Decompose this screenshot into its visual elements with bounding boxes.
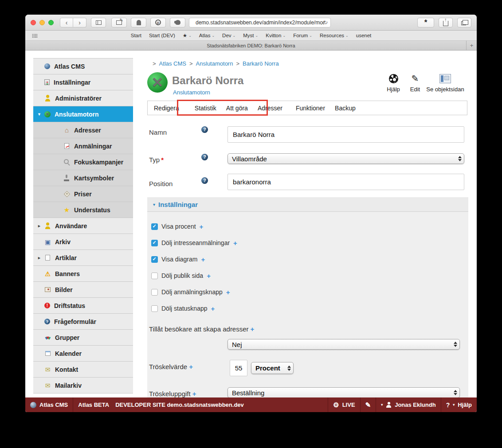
images-icon	[45, 287, 51, 292]
close-window-icon[interactable]	[31, 20, 36, 25]
checkbox-unchecked[interactable]	[151, 273, 158, 279]
bookmark-kvitton[interactable]: Kvitton⌄	[266, 33, 286, 38]
plus-icon[interactable]	[189, 363, 193, 370]
tab-statistik[interactable]: Statistik	[190, 105, 221, 112]
extension-clipper-button[interactable]	[170, 18, 185, 27]
extension-ghost-button[interactable]	[131, 18, 146, 27]
sidebar-item-anmalningar[interactable]: Anmälningar	[33, 138, 133, 154]
typ-select[interactable]: Villaområde	[227, 153, 464, 164]
threshold-unit-select[interactable]: Procent	[251, 362, 294, 374]
forward-button[interactable]: ›	[73, 18, 86, 27]
chevron-down-icon: ▾	[381, 403, 383, 407]
chevron-right-icon: ►	[37, 224, 41, 228]
sidebar-item-driftstatus[interactable]: Driftstatus	[33, 298, 133, 314]
bookmark-myst[interactable]: Myst⌄	[243, 33, 258, 38]
envelope-icon	[44, 366, 51, 373]
sidebar-item-fokuskampanjer[interactable]: Fokuskampanjer	[33, 154, 133, 170]
footer-brand[interactable]: Atlas CMS	[25, 397, 73, 412]
position-input[interactable]	[227, 174, 464, 190]
bookmark-favorites[interactable]: ★⌄	[183, 32, 192, 39]
minimize-window-icon[interactable]	[39, 20, 45, 25]
sidebar-toggle-button[interactable]	[91, 18, 106, 27]
help-icon[interactable]	[201, 177, 208, 184]
refresh-icon[interactable]: ↻	[323, 19, 328, 26]
sidebar-item-anvandare[interactable]: ►Användare	[33, 218, 133, 234]
plus-icon[interactable]	[200, 223, 204, 230]
tab-title[interactable]: Stadsnätsfabriken DEMO: Barkarö Norra	[207, 43, 295, 48]
zoom-window-icon[interactable]	[48, 20, 54, 25]
address-bar[interactable]: demo.stadsnatswebben.dev/admin/index2/mo…	[189, 18, 331, 27]
new-tab-button[interactable]: +	[466, 41, 477, 50]
extension-splat-button[interactable]: *	[417, 18, 434, 27]
plus-icon[interactable]	[192, 390, 196, 397]
sidebar-item-frageformular[interactable]: Frågeformulär	[33, 314, 133, 330]
sidebar-item-grupper[interactable]: Grupper	[33, 330, 133, 346]
sidebar-item-mailarkiv[interactable]: Mailarkiv	[33, 378, 133, 393]
checkbox-checked[interactable]	[151, 256, 158, 263]
tab-att-gora[interactable]: Att göra	[221, 105, 253, 112]
question-mark-icon: ?	[446, 401, 450, 409]
plus-icon[interactable]	[207, 272, 211, 280]
tab-backup[interactable]: Backup	[330, 105, 361, 112]
tab-redigera[interactable]: Redigera	[149, 105, 184, 112]
bookmark-start[interactable]: Start	[131, 33, 141, 38]
extension-pinterest-button[interactable]	[150, 18, 166, 27]
bookmark-resources[interactable]: Resources⌄	[320, 33, 349, 38]
checkbox-checked[interactable]	[151, 223, 158, 230]
sidebar-item-understatus[interactable]: Understatus	[33, 202, 133, 218]
plus-icon[interactable]	[226, 288, 230, 296]
footer-help-menu[interactable]: ? ▾ Hjälp	[441, 397, 477, 412]
sidebar-item-artiklar[interactable]: ►Artiklar	[33, 250, 133, 266]
settings-header[interactable]: ▾ Inställningar	[147, 197, 468, 212]
namn-input[interactable]	[227, 126, 464, 143]
show-tabs-button[interactable]	[457, 18, 471, 27]
breadcrumb-link-atlas[interactable]: Atlas CMS	[159, 60, 186, 67]
threshold-task-select[interactable]: Beställning	[227, 387, 460, 397]
footer-edit-button[interactable]: ✎	[360, 397, 376, 412]
tab-adresser[interactable]: Adresser	[253, 105, 287, 112]
visitor-create-select[interactable]: Nej	[227, 339, 460, 350]
sidebar-item-bilder[interactable]: Bilder	[33, 282, 133, 298]
threshold-value-input[interactable]	[230, 360, 247, 376]
sidebar-item-adresser[interactable]: Adresser	[33, 122, 133, 138]
sidebar-item-priser[interactable]: Priser	[33, 186, 133, 202]
sidebar-item-installningar[interactable]: Inställningar	[33, 74, 133, 90]
grid-icon[interactable]	[32, 34, 38, 38]
checkbox-unchecked[interactable]	[151, 289, 158, 296]
checkbox-unchecked[interactable]	[151, 305, 158, 312]
bookmark-start-dev[interactable]: Start (DEV)	[149, 33, 175, 38]
share-button[interactable]	[439, 18, 453, 27]
bookmark-dev[interactable]: Dev⌄	[222, 33, 235, 38]
calendar-icon	[45, 351, 51, 356]
view-object-page-button[interactable]: Se objektsidan	[423, 73, 468, 93]
bookmark-usenet[interactable]: usenet	[356, 33, 372, 38]
extension-compose-button[interactable]	[111, 18, 127, 27]
sidebar-item-banners[interactable]: Banners	[33, 266, 133, 282]
breadcrumb-separator: >	[236, 60, 239, 67]
plus-icon[interactable]	[233, 239, 237, 247]
footer-user-menu[interactable]: ▾ Jonas Eklundh	[376, 397, 440, 412]
help-icon[interactable]	[201, 126, 208, 133]
sidebar-item-kalender[interactable]: Kalender	[33, 346, 133, 362]
breadcrumb-link-anslutamotorn[interactable]: Anslutamotorn	[196, 60, 233, 67]
sidebar-item-atlas-cms[interactable]: Atlas CMS	[33, 58, 133, 74]
checkbox-checked[interactable]	[151, 240, 158, 246]
back-button[interactable]: ‹	[60, 18, 73, 27]
sidebar-item-arkiv[interactable]: Arkiv	[33, 234, 133, 250]
help-icon[interactable]	[201, 154, 208, 160]
plus-icon[interactable]	[251, 325, 255, 333]
breadcrumb-link-barkaro[interactable]: Barkarö Norra	[243, 60, 279, 67]
footer-live-toggle[interactable]: ⚙ LIVE	[328, 397, 360, 412]
breadcrumb-separator: >	[189, 60, 193, 67]
sidebar-item-anslutamotorn[interactable]: ▼Anslutamotorn	[33, 106, 133, 122]
bookmark-forum[interactable]: Forum⌄	[293, 33, 312, 38]
sidebar-item-kartsymboler[interactable]: Kartsymboler	[33, 170, 133, 186]
plus-icon[interactable]	[211, 305, 215, 312]
share-icon	[443, 21, 448, 26]
sidebar-item-kontakt[interactable]: Kontakt	[33, 362, 133, 378]
sidebar-item-administratorer[interactable]: Administratörer	[33, 90, 133, 106]
tab-funktioner[interactable]: Funktioner	[291, 105, 330, 112]
bookmark-atlas[interactable]: Atlas⌄	[199, 33, 215, 38]
control-panel-icon	[44, 79, 50, 85]
plus-icon[interactable]	[201, 256, 205, 263]
